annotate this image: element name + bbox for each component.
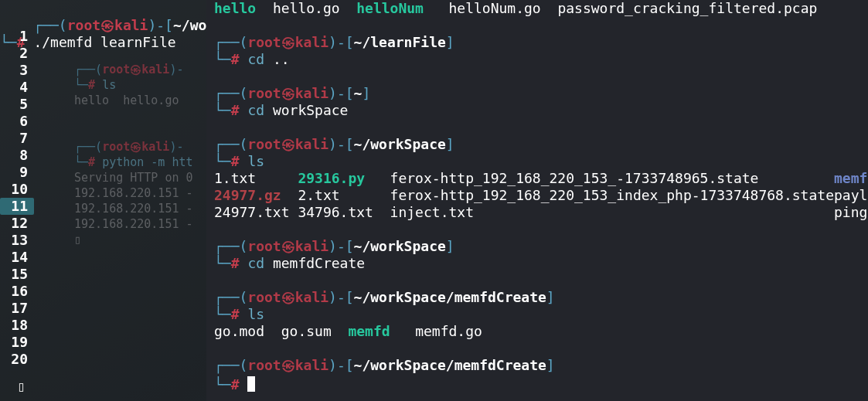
terminal-cursor (247, 376, 255, 392)
prompt-line: ┌──(root㉿kali)-[~/workSpace/memfdCreate] (214, 289, 860, 306)
prompt-line: └─# cd .. (214, 51, 860, 68)
line-number: 7 (0, 130, 34, 147)
ls-output: 24977.txt 34796.txt inject.txt ping.txt (214, 204, 860, 221)
ls-output: hello hello.go helloNum helloNum.go pass… (214, 0, 860, 17)
line-number: 4 (0, 79, 34, 96)
line-number: 14 (0, 249, 34, 266)
prompt-line: └─# cd memfdCreate (214, 255, 860, 272)
ls-output: 1.txt 29316.py ferox-http_192_168_220_15… (214, 170, 860, 187)
line-number: 6 (0, 113, 34, 130)
prompt-line: ┌──(root㉿kali)-[~/workSpace/memfdCreate] (214, 357, 860, 374)
line-number: 20 (0, 351, 34, 368)
prompt-line: ┌──(root㉿kali)-[~/learnFile] (214, 34, 860, 51)
line-number: 15 (0, 266, 34, 283)
line-number: 9 (0, 164, 34, 181)
line-number: 8 (0, 147, 34, 164)
gutter-cursor: ▯ (17, 378, 26, 395)
line-number: 12 (0, 215, 34, 232)
prompt-line: ┌──(root㉿kali)-[~/workSpace] (214, 238, 860, 255)
line-gutter: ┌──(root㉿kali)-[~/workSpace └─# ./memfd … (0, 0, 206, 401)
line-number: 16 (0, 283, 34, 300)
ls-output: 24977.gz 2.txt ferox-http_192_168_220_15… (214, 187, 860, 204)
line-number: 19 (0, 334, 34, 351)
line-number: 10 (0, 181, 34, 198)
line-number: 5 (0, 96, 34, 113)
line-number: 11 (0, 198, 34, 215)
prompt-line[interactable]: └─# (214, 374, 860, 391)
prompt-line: └─# cd workSpace (214, 102, 860, 119)
user: root (67, 17, 100, 33)
line-numbers: 1234567891011121314151617181920 (0, 28, 34, 368)
line-number: 13 (0, 232, 34, 249)
prompt-line: └─# ls (214, 153, 860, 170)
line-number: 1 (0, 28, 34, 45)
ls-output: go.mod go.sum memfd memfd.go (214, 323, 860, 340)
terminal[interactable]: hello hello.go helloNum helloNum.go pass… (206, 0, 868, 401)
line-number: 17 (0, 300, 34, 317)
prompt-line: ┌──(root㉿kali)-[~] (214, 85, 860, 102)
gutter-top-prompt: ┌──(root㉿kali)-[~/workSpace └─# ./memfd … (0, 0, 206, 28)
line-number: 3 (0, 62, 34, 79)
prompt-line: ┌──(root㉿kali)-[~/workSpace] (214, 136, 860, 153)
gutter-overlay: ┌──(root㉿kali)- └─# ls hello hello.go ┌─… (74, 46, 193, 263)
line-number: 2 (0, 45, 34, 62)
prompt-line: └─# ls (214, 306, 860, 323)
line-number: 18 (0, 317, 34, 334)
